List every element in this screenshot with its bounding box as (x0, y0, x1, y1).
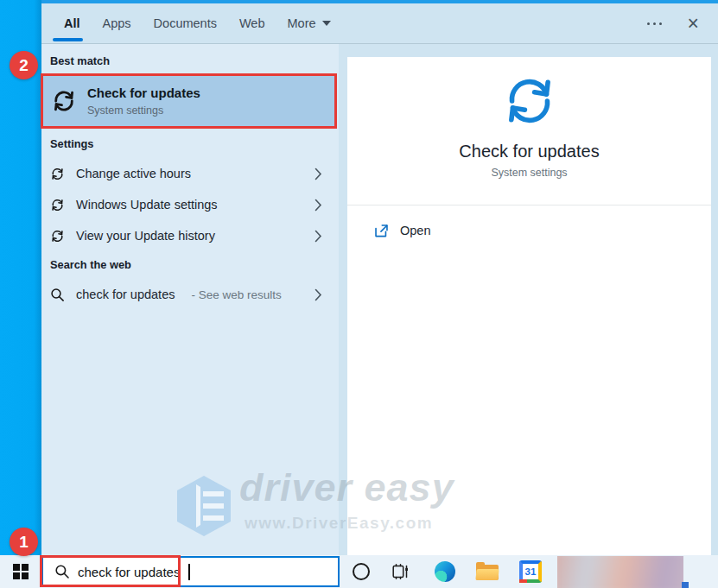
calendar-day: 31 (525, 566, 537, 577)
preview-divider (347, 205, 711, 205)
folder-icon (476, 563, 499, 580)
task-view-icon (391, 562, 410, 581)
annotation-step-1-badge: 1 (10, 528, 38, 556)
tab-all[interactable]: All (64, 16, 80, 30)
sync-icon (51, 88, 77, 114)
web-query-text: check for updates (76, 288, 175, 301)
text-cursor (188, 564, 190, 580)
search-filter-tabbar: All Apps Documents Web More × (41, 3, 718, 44)
chevron-right-icon (315, 230, 322, 243)
start-button[interactable] (0, 555, 41, 588)
search-icon (50, 288, 65, 302)
edge-icon (435, 561, 455, 582)
result-preview-panel: Check for updates System settings Open (347, 57, 711, 555)
best-match-header: Best match (50, 54, 339, 68)
tab-apps[interactable]: Apps (103, 16, 131, 30)
search-web-header: Search the web (50, 258, 339, 272)
open-external-icon (373, 223, 390, 239)
web-search-result[interactable]: check for updates - See web results (41, 279, 339, 310)
file-explorer-button[interactable] (475, 555, 499, 588)
preview-subtitle: System settings (347, 167, 711, 179)
sync-icon (501, 73, 558, 130)
open-action[interactable]: Open (347, 212, 711, 250)
tab-more[interactable]: More (288, 16, 331, 30)
sync-icon (50, 229, 65, 243)
tray-blue-chip (682, 582, 689, 588)
task-view-button[interactable] (389, 555, 411, 588)
settings-item-windows-update[interactable]: Windows Update settings (41, 189, 339, 220)
chevron-right-icon (315, 288, 322, 301)
sync-icon (50, 198, 65, 212)
edge-button[interactable] (434, 555, 456, 588)
cortana-icon (353, 563, 370, 580)
settings-item-label: Windows Update settings (76, 198, 218, 212)
start-menu-edge-strip (0, 0, 41, 555)
best-match-result[interactable]: Check for updates System settings (41, 73, 337, 129)
tab-documents[interactable]: Documents (154, 16, 217, 30)
sync-icon (50, 167, 65, 181)
windows-logo-icon (13, 564, 29, 580)
settings-item-active-hours[interactable]: Change active hours (41, 158, 339, 189)
open-label: Open (400, 224, 430, 237)
more-options-icon[interactable] (647, 22, 662, 25)
calendar-button[interactable]: 31 (518, 555, 543, 588)
calendar-icon: 31 (519, 560, 542, 583)
settings-header: Settings (50, 137, 339, 151)
annotation-box-search (40, 555, 181, 587)
tab-more-label: More (288, 16, 316, 30)
preview-title: Check for updates (347, 142, 711, 161)
tab-web[interactable]: Web (239, 16, 265, 30)
settings-item-update-history[interactable]: View your Update history (41, 220, 339, 251)
search-results-panel: Best match Check for updates System sett… (41, 44, 339, 555)
windows-search-screen: All Apps Documents Web More × Best match… (0, 0, 718, 588)
annotation-step-2-badge: 2 (10, 51, 38, 79)
best-match-title: Check for updates (87, 85, 200, 102)
chevron-right-icon (315, 199, 322, 212)
settings-item-label: View your Update history (76, 229, 215, 243)
web-suffix-text: - See web results (191, 288, 281, 301)
close-icon[interactable]: × (688, 14, 699, 34)
chevron-right-icon (315, 168, 322, 180)
best-match-subtitle: System settings (87, 104, 200, 117)
chevron-down-icon (322, 21, 331, 26)
cortana-button[interactable] (349, 555, 373, 588)
blurred-tray-area (557, 556, 683, 588)
settings-item-label: Change active hours (76, 167, 191, 180)
